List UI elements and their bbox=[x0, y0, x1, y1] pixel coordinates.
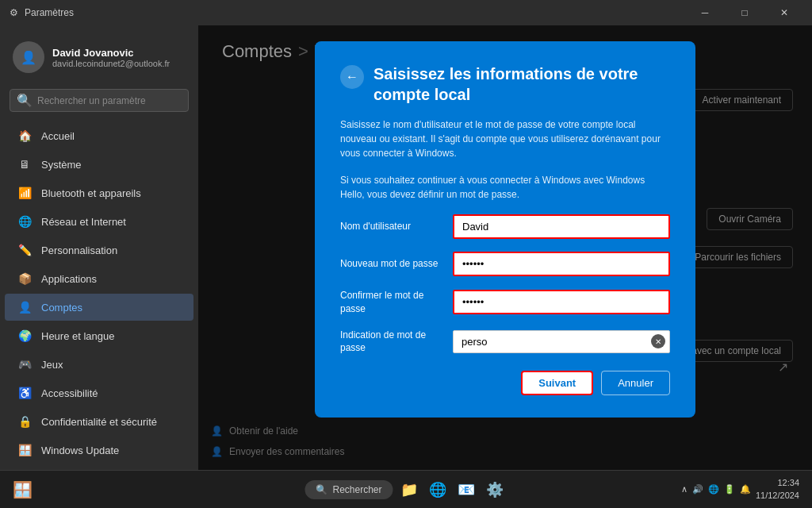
accounts-icon: 👤 bbox=[17, 300, 32, 314]
password-row: Nouveau mot de passe bbox=[340, 252, 670, 276]
avatar: 👤 bbox=[13, 41, 44, 73]
sidebar-item-reseau[interactable]: 🌐 Réseau et Internet bbox=[5, 208, 193, 235]
username-input[interactable] bbox=[453, 214, 670, 239]
user-section: 👤 David Jovanovic david.lecoindunet2@out… bbox=[0, 32, 198, 86]
sidebar-item-confidentialite[interactable]: 🔒 Confidentialité et sécurité bbox=[5, 408, 193, 435]
dialog-footer: Suivant Annuler bbox=[340, 371, 670, 395]
clock[interactable]: 12:34 11/12/2024 bbox=[756, 477, 799, 502]
sidebar-label-winupdate: Windows Update bbox=[41, 444, 119, 456]
sidebar-item-jeux[interactable]: 🎮 Jeux bbox=[5, 351, 193, 378]
user-email: david.lecoindunet2@outlook.fr bbox=[52, 59, 170, 68]
windows-icon: 🪟 bbox=[17, 443, 32, 457]
taskbar-settings-icon[interactable]: ⚙️ bbox=[482, 477, 508, 502]
hint-row: Indication de mot de passe ✕ bbox=[340, 329, 670, 356]
confirm-password-row: Confirmer le mot de passe bbox=[340, 289, 670, 316]
tray-battery-icon[interactable]: 🔋 bbox=[724, 484, 735, 495]
taskbar-mail-icon[interactable]: 📧 bbox=[454, 477, 479, 502]
gaming-icon: 🎮 bbox=[17, 357, 32, 371]
sidebar-label-reseau: Réseau et Internet bbox=[41, 216, 126, 228]
clock-time: 12:34 bbox=[756, 477, 799, 489]
new-password-input[interactable] bbox=[453, 252, 670, 276]
tray-bell-icon[interactable]: 🔔 bbox=[740, 484, 751, 495]
sidebar-item-winupdate[interactable]: 🪟 Windows Update bbox=[5, 437, 193, 464]
close-button[interactable]: ✕ bbox=[766, 0, 802, 25]
sidebar-item-comptes[interactable]: 👤 Comptes bbox=[5, 294, 193, 321]
cancel-button[interactable]: Annuler bbox=[601, 371, 670, 395]
taskbar-edge-icon[interactable]: 🌐 bbox=[425, 477, 450, 502]
sidebar-label-apps: Applications bbox=[41, 273, 97, 285]
sidebar-item-perso[interactable]: ✏️ Personnalisation bbox=[5, 237, 193, 264]
time-icon: 🌍 bbox=[17, 329, 32, 343]
personalization-icon: ✏️ bbox=[17, 243, 32, 257]
dialog-overlay: ← Saisissez les informations de votre co… bbox=[198, 25, 812, 470]
system-icon: 🖥 bbox=[17, 157, 32, 171]
sidebar-item-heure[interactable]: 🌍 Heure et langue bbox=[5, 322, 193, 349]
tray-up-arrow[interactable]: ∧ bbox=[681, 484, 688, 495]
sidebar-label-accessibilite: Accessibilité bbox=[41, 387, 98, 399]
dialog-title: Saisissez les informations de votre comp… bbox=[373, 64, 670, 105]
main-layout: 👤 David Jovanovic david.lecoindunet2@out… bbox=[0, 25, 812, 470]
taskbar-search-label: Rechercher bbox=[332, 484, 381, 495]
hint-label: Indication de mot de passe bbox=[340, 329, 443, 356]
bluetooth-icon: 📶 bbox=[17, 186, 32, 200]
password-label: Nouveau mot de passe bbox=[340, 257, 443, 271]
sidebar-label-bluetooth: Bluetooth et appareils bbox=[41, 187, 141, 199]
confirm-password-input[interactable] bbox=[453, 290, 670, 314]
settings-icon: ⚙ bbox=[10, 7, 18, 18]
username-label: Nom d'utilisateur bbox=[340, 220, 443, 233]
maximize-button[interactable]: □ bbox=[726, 0, 763, 25]
window-title: Paramètres bbox=[25, 7, 74, 18]
sidebar-item-apps[interactable]: 📦 Applications bbox=[5, 265, 193, 292]
username-row: Nom d'utilisateur bbox=[340, 214, 670, 239]
confirm-password-label: Confirmer le mot de passe bbox=[340, 289, 443, 316]
dialog: ← Saisissez les informations de votre co… bbox=[315, 41, 695, 418]
tray-speaker-icon[interactable]: 🔊 bbox=[692, 484, 703, 495]
taskbar-center: 🔍 Rechercher 📁 🌐 📧 ⚙️ bbox=[304, 477, 507, 502]
minimize-button[interactable]: ─ bbox=[687, 0, 723, 25]
username-input-wrap bbox=[453, 214, 670, 239]
taskbar-search[interactable]: 🔍 Rechercher bbox=[304, 480, 393, 499]
privacy-icon: 🔒 bbox=[17, 414, 32, 429]
sidebar-label-systeme: Système bbox=[41, 159, 82, 171]
taskbar: 🪟 🔍 Rechercher 📁 🌐 📧 ⚙️ ∧ 🔊 🌐 🔋 🔔 12:34 … bbox=[0, 470, 812, 508]
search-icon: 🔍 bbox=[17, 93, 33, 108]
sidebar-item-bluetooth[interactable]: 📶 Bluetooth et appareils bbox=[5, 179, 193, 206]
sidebar-label-confidentialite: Confidentialité et sécurité bbox=[41, 416, 157, 428]
sidebar-label-accueil: Accueil bbox=[41, 130, 75, 142]
sidebar-item-systeme[interactable]: 🖥 Système bbox=[5, 151, 193, 178]
title-bar: ⚙ Paramètres ─ □ ✕ bbox=[0, 0, 812, 25]
user-name: David Jovanovic bbox=[52, 47, 170, 59]
sidebar-label-jeux: Jeux bbox=[41, 359, 63, 371]
home-icon: 🏠 bbox=[17, 129, 32, 143]
clear-hint-button[interactable]: ✕ bbox=[651, 334, 665, 348]
dialog-header: ← Saisissez les informations de votre co… bbox=[340, 64, 670, 105]
next-button[interactable]: Suivant bbox=[521, 371, 593, 395]
network-icon: 🌐 bbox=[17, 214, 32, 229]
hint-input-wrap: ✕ bbox=[453, 330, 670, 353]
sidebar-item-accueil[interactable]: 🏠 Accueil bbox=[5, 122, 193, 149]
taskbar-right: ∧ 🔊 🌐 🔋 🔔 12:34 11/12/2024 bbox=[681, 477, 799, 502]
clock-date: 11/12/2024 bbox=[756, 490, 799, 502]
tray-network-icon[interactable]: 🌐 bbox=[708, 484, 719, 495]
content-area: Comptes > Vos informations Activer maint… bbox=[198, 25, 812, 470]
sidebar-label-comptes: Comptes bbox=[41, 302, 82, 314]
dialog-description2: Si vous souhaitez continuer à vous conne… bbox=[340, 173, 670, 202]
taskbar-search-icon: 🔍 bbox=[316, 484, 327, 495]
dialog-back-button[interactable]: ← bbox=[340, 65, 364, 89]
taskbar-file-icon[interactable]: 📁 bbox=[396, 477, 422, 502]
accessibility-icon: ♿ bbox=[17, 386, 32, 400]
sidebar-item-accessibilite[interactable]: ♿ Accessibilité bbox=[5, 379, 193, 406]
sidebar: 👤 David Jovanovic david.lecoindunet2@out… bbox=[0, 25, 198, 470]
dialog-description1: Saisissez le nom d'utilisateur et le mot… bbox=[340, 117, 670, 160]
sidebar-label-perso: Personnalisation bbox=[41, 244, 117, 256]
system-tray: ∧ 🔊 🌐 🔋 🔔 bbox=[681, 484, 751, 495]
user-info: David Jovanovic david.lecoindunet2@outlo… bbox=[52, 47, 170, 68]
confirm-password-input-wrap bbox=[453, 290, 670, 314]
apps-icon: 📦 bbox=[17, 271, 32, 286]
sidebar-label-heure: Heure et langue bbox=[41, 330, 115, 342]
password-input-wrap bbox=[453, 252, 670, 276]
search-box[interactable]: 🔍 bbox=[10, 89, 189, 112]
search-input[interactable] bbox=[37, 95, 182, 106]
start-button[interactable]: 🪟 bbox=[13, 480, 33, 499]
hint-input[interactable] bbox=[453, 330, 670, 353]
